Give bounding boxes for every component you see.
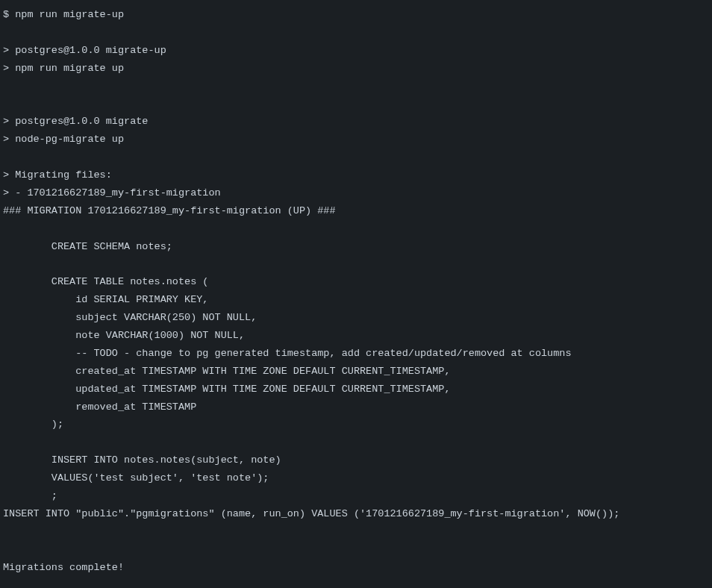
- terminal-line: [3, 95, 709, 113]
- terminal-line: > postgres@1.0.0 migrate: [3, 113, 709, 131]
- terminal-line: [3, 255, 709, 273]
- terminal-output: $ npm run migrate-up > postgres@1.0.0 mi…: [3, 6, 709, 577]
- terminal-line: > node-pg-migrate up: [3, 131, 709, 148]
- terminal-line: ;: [3, 487, 709, 505]
- terminal-line: removed_at TIMESTAMP: [3, 398, 709, 416]
- terminal-line: > postgres@1.0.0 migrate-up: [3, 42, 709, 60]
- terminal-line: [3, 220, 709, 238]
- terminal-line: $ npm run migrate-up: [3, 6, 709, 24]
- terminal-line: CREATE TABLE notes.notes (: [3, 273, 709, 291]
- terminal-line: [3, 523, 709, 541]
- terminal-line: id SERIAL PRIMARY KEY,: [3, 291, 709, 309]
- terminal-line: INSERT INTO notes.notes(subject, note): [3, 451, 709, 469]
- terminal-line: > npm run migrate up: [3, 60, 709, 78]
- terminal-line: CREATE SCHEMA notes;: [3, 238, 709, 256]
- terminal-line: subject VARCHAR(250) NOT NULL,: [3, 309, 709, 327]
- terminal-line: updated_at TIMESTAMP WITH TIME ZONE DEFA…: [3, 381, 709, 398]
- terminal-line: ### MIGRATION 1701216627189_my-first-mig…: [3, 202, 709, 220]
- terminal-line: [3, 78, 709, 96]
- terminal-line: VALUES('test subject', 'test note');: [3, 469, 709, 487]
- terminal-line: > Migrating files:: [3, 166, 709, 184]
- terminal-line: > - 1701216627189_my-first-migration: [3, 184, 709, 202]
- terminal-line: created_at TIMESTAMP WITH TIME ZONE DEFA…: [3, 363, 709, 381]
- terminal-line: [3, 148, 709, 166]
- terminal-line: -- TODO - change to pg generated timesta…: [3, 345, 709, 363]
- terminal-line: INSERT INTO "public"."pgmigrations" (nam…: [3, 505, 709, 523]
- terminal-line: Migrations complete!: [3, 559, 709, 577]
- terminal-line: [3, 24, 709, 42]
- terminal-line: [3, 541, 709, 559]
- terminal-line: [3, 434, 709, 451]
- terminal-line: );: [3, 416, 709, 434]
- terminal-line: note VARCHAR(1000) NOT NULL,: [3, 327, 709, 345]
